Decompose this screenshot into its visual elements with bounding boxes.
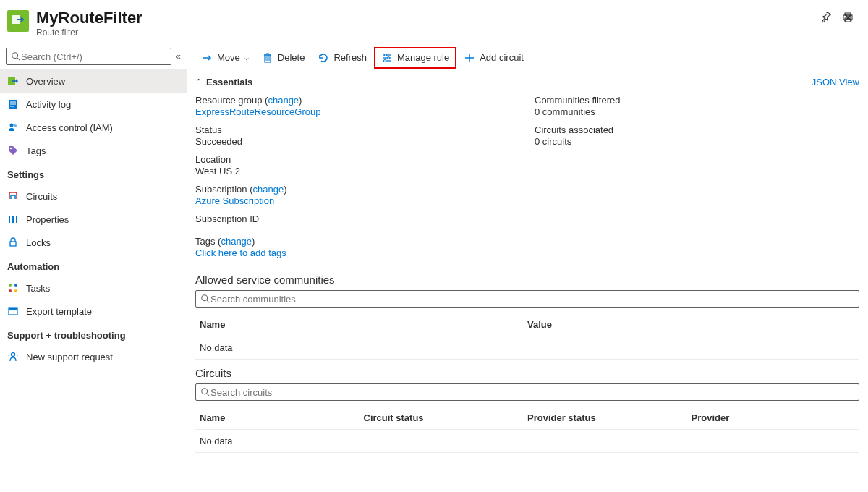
sidebar-section-automation: Automation <box>0 254 187 276</box>
communities-table: Name Value No data <box>195 313 859 360</box>
svg-point-18 <box>9 284 12 287</box>
essentials-body: Resource group (change) ExpressRouteReso… <box>187 92 868 266</box>
resource-group-link[interactable]: ExpressRouteResourceGroup <box>195 106 520 117</box>
ess-subscription-id: Subscription ID <box>195 213 520 224</box>
sidebar-item-circuits[interactable]: Circuits <box>0 184 187 208</box>
sidebar-item-locks[interactable]: Locks <box>0 231 187 254</box>
sidebar-item-tags[interactable]: Tags <box>0 139 187 162</box>
communities-search-input[interactable] <box>210 294 854 305</box>
sidebar-item-label: Tags <box>26 145 46 156</box>
svg-point-21 <box>14 289 17 292</box>
add-icon <box>464 52 475 64</box>
svg-rect-14 <box>9 216 10 223</box>
circuits-no-data: No data <box>195 430 859 453</box>
circuits-search-input[interactable] <box>210 387 854 398</box>
sidebar-item-label: Overview <box>26 76 65 87</box>
sidebar-item-new-support[interactable]: New support request <box>0 345 187 368</box>
svg-line-41 <box>207 300 210 303</box>
delete-icon <box>262 52 273 64</box>
close-icon[interactable]: ✕ <box>843 10 854 26</box>
ess-communities-filtered: Communities filtered 0 communities <box>535 95 859 117</box>
sidebar-item-label: Tasks <box>26 283 50 294</box>
svg-rect-15 <box>12 216 14 223</box>
sidebar-search[interactable] <box>6 48 171 65</box>
move-icon <box>201 52 213 64</box>
circuits-header-row: Name Circuit status Provider status Prov… <box>195 407 859 430</box>
svg-point-4 <box>12 53 18 59</box>
sidebar-section-support: Support + troubleshooting <box>0 323 187 345</box>
overview-icon <box>7 75 19 87</box>
tags-change-link[interactable]: change <box>221 236 252 247</box>
sidebar-item-access-control[interactable]: Access control (IAM) <box>0 116 187 139</box>
svg-point-42 <box>202 389 208 394</box>
svg-point-24 <box>12 353 15 357</box>
col-value: Value <box>527 319 855 330</box>
sidebar-item-overview[interactable]: Overview <box>0 69 187 93</box>
essentials-collapse-icon[interactable]: ⌃ <box>195 77 202 87</box>
circuits-search[interactable] <box>195 383 859 401</box>
page-subtitle: Route filter <box>36 27 814 38</box>
communities-title: Allowed service communities <box>187 266 868 290</box>
toolbar: Move ⌵ Delete Refresh Manage rule <box>187 43 868 72</box>
pin-icon[interactable] <box>820 12 832 23</box>
manage-rule-button[interactable]: Manage rule <box>374 47 456 69</box>
sidebar-item-label: Circuits <box>26 191 57 202</box>
sidebar-item-properties[interactable]: Properties <box>0 208 187 231</box>
ess-resource-group: Resource group (change) ExpressRouteReso… <box>195 95 520 117</box>
search-icon <box>200 387 210 397</box>
properties-icon <box>7 213 19 225</box>
sidebar-section-settings: Settings <box>0 162 187 184</box>
sidebar-item-activity-log[interactable]: Activity log <box>0 93 187 116</box>
refresh-label: Refresh <box>333 52 367 63</box>
svg-point-12 <box>14 124 17 127</box>
export-template-icon <box>7 305 19 317</box>
delete-label: Delete <box>278 52 305 63</box>
search-icon <box>200 294 210 304</box>
page-title: MyRouteFilter <box>36 9 814 27</box>
collapse-sidebar-icon[interactable]: « <box>176 51 181 62</box>
refresh-button[interactable]: Refresh <box>312 47 373 69</box>
move-label: Move <box>217 52 240 63</box>
essentials-title: Essentials <box>206 77 812 88</box>
col-provider-status: Provider status <box>527 412 692 423</box>
json-view-link[interactable]: JSON View <box>812 77 859 88</box>
col-name: Name <box>200 319 527 330</box>
sidebar-item-label: Locks <box>26 237 51 248</box>
search-input[interactable] <box>21 51 166 62</box>
route-filter-icon <box>7 10 29 32</box>
svg-rect-17 <box>10 242 16 246</box>
support-icon <box>7 351 19 362</box>
svg-point-37 <box>383 59 386 62</box>
move-button[interactable]: Move ⌵ <box>195 47 255 69</box>
svg-point-19 <box>14 284 17 287</box>
sidebar-item-export-template[interactable]: Export template <box>0 300 187 323</box>
delete-button[interactable]: Delete <box>256 47 311 69</box>
sidebar-item-label: Export template <box>26 306 92 317</box>
col-name: Name <box>200 412 364 423</box>
add-tags-link[interactable]: Click here to add tags <box>195 247 859 258</box>
tags-icon <box>7 145 19 156</box>
sidebar-item-label: New support request <box>26 352 113 362</box>
manage-rule-label: Manage rule <box>397 52 449 63</box>
circuits-title: Circuits <box>187 360 868 383</box>
subscription-link[interactable]: Azure Subscription <box>195 195 520 206</box>
communities-no-data: No data <box>195 336 859 360</box>
sidebar-item-label: Properties <box>26 214 69 225</box>
col-circuit-status: Circuit status <box>364 412 528 423</box>
add-circuit-label: Add circuit <box>480 52 524 63</box>
svg-line-5 <box>17 58 20 61</box>
sidebar-item-tasks[interactable]: Tasks <box>0 276 187 300</box>
communities-search[interactable] <box>195 290 859 308</box>
sidebar: « Overview Activity log Access control (… <box>0 43 187 492</box>
add-circuit-button[interactable]: Add circuit <box>458 47 529 69</box>
ess-subscription: Subscription (change) Azure Subscription <box>195 184 520 206</box>
chevron-down-icon: ⌵ <box>244 54 249 62</box>
svg-point-33 <box>384 54 386 56</box>
svg-rect-23 <box>9 308 17 310</box>
svg-point-11 <box>10 124 14 127</box>
rg-change-link[interactable]: change <box>268 95 299 106</box>
sub-change-link[interactable]: change <box>253 184 284 195</box>
ess-status: Status Succeeded <box>195 124 520 147</box>
svg-rect-16 <box>16 216 17 223</box>
sidebar-item-label: Access control (IAM) <box>26 122 113 133</box>
